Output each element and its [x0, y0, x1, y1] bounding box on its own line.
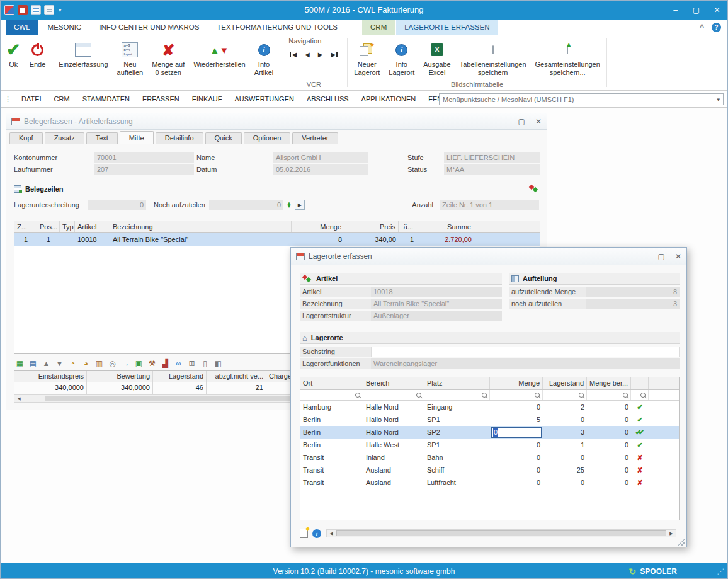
neuer-lagerort-button[interactable]: ★ NeuerLagerort — [350, 35, 384, 81]
neu-aufteilen-button[interactable]: a=3b=4Input Neuaufteilen — [113, 35, 148, 90]
tools-icon[interactable]: ⚒ — [146, 358, 158, 369]
tab-mitte[interactable]: Mitte — [120, 131, 154, 144]
filter-cell[interactable] — [490, 390, 543, 400]
datum-field[interactable]: 05.02.2016 — [273, 164, 368, 175]
close-icon[interactable]: ✕ — [675, 252, 681, 261]
move-up-icon[interactable]: ▲ — [40, 358, 52, 369]
search-icon[interactable]: ◎ — [106, 358, 118, 369]
ausgabe-excel-button[interactable]: X AusgabeExcel — [419, 35, 455, 81]
noch-aufzuteilen-field[interactable]: 0 — [209, 200, 283, 210]
lagerort-row[interactable]: Transit Inland Bahn 0 0 0 ✘ — [300, 451, 679, 464]
spooler-status[interactable]: ↻ SPOOLER — [629, 563, 677, 579]
beleg-grid-row-selected[interactable]: 1 1 10018 All Terrain Bike "Special" 8 3… — [14, 233, 540, 246]
tab-info-center[interactable]: INFO CENTER UND MAKROS — [91, 20, 207, 35]
menge-auf-0-button[interactable]: ✘ Menge auf0 setzen — [147, 35, 189, 90]
menu-erfassen[interactable]: ERFASSEN — [136, 95, 186, 103]
tab-vertreter[interactable]: Vertreter — [292, 132, 338, 144]
menu-applikationen[interactable]: APPLIKATIONEN — [355, 95, 423, 103]
collapse-ribbon-icon[interactable]: ^ — [700, 23, 704, 32]
filter-cell[interactable] — [363, 390, 424, 400]
einzelerfassung-button[interactable]: Einzelerfassung — [54, 35, 112, 90]
qat-customize-icon[interactable]: ▾ — [59, 7, 62, 13]
lagerort-row[interactable]: Transit Ausland Luftfracht 0 0 0 ✘ — [300, 476, 679, 489]
lagerortstruktur-field[interactable]: Außenlager — [371, 311, 502, 321]
lagerort-row[interactable]: Berlin Halle West SP1 0 1 0 ✔ — [300, 439, 679, 451]
tab-kopf[interactable]: Kopf — [9, 132, 43, 144]
chart-icon[interactable]: ▟ — [159, 358, 171, 369]
lagerunterschreitung-field[interactable]: 0 — [88, 200, 146, 210]
move-down-icon[interactable]: ▼ — [54, 358, 65, 369]
qat-icon-2[interactable] — [31, 5, 41, 15]
help-icon[interactable]: ? — [712, 23, 721, 32]
suchstring-input[interactable] — [371, 347, 680, 357]
filter-cell[interactable] — [543, 390, 587, 400]
tab-lagerorte-erfassen[interactable]: LAGERORTE ERFASSEN — [396, 20, 498, 35]
tab-zusatz[interactable]: Zusatz — [45, 132, 84, 144]
resize-grip-icon[interactable] — [678, 538, 685, 546]
name-field[interactable]: Allsport GmbH — [273, 152, 368, 163]
app-icon[interactable] — [4, 5, 14, 15]
kontonummer-field[interactable]: 70001 — [94, 152, 194, 163]
menu-auswertungen[interactable]: AUSWERTUNGEN — [228, 95, 300, 103]
pin-icon[interactable]: ◧ — [212, 358, 224, 369]
menu-einkauf[interactable]: EINKAUF — [186, 95, 229, 103]
wiederherstellen-button[interactable]: ▲ ▼ Wiederherstellen — [189, 35, 250, 90]
columns-icon[interactable]: ▥ — [93, 358, 105, 369]
lagerort-row[interactable]: Hamburg Halle Nord Eingang 0 2 0 ✔ — [300, 401, 679, 413]
chevron-down-icon[interactable]: ▾ — [717, 96, 720, 103]
vcr-first-button[interactable]: ◀ — [289, 51, 297, 58]
info-icon[interactable]: i — [312, 529, 321, 538]
qat-icon-1[interactable] — [18, 5, 28, 15]
tab-optionen[interactable]: Optionen — [244, 132, 291, 144]
lagerorte-grid-header[interactable]: Ort Bereich Platz Menge Lagerstand Menge… — [300, 377, 679, 390]
scroll-left-icon[interactable]: ◀ — [327, 531, 336, 536]
lagerort-row[interactable]: Transit Ausland Schiff 0 25 0 ✘ — [300, 464, 679, 476]
info-artikel-button[interactable]: i InfoArtikel — [250, 35, 278, 90]
calendar-icon[interactable]: ◕ — [80, 358, 92, 369]
goto-icon[interactable]: → — [120, 358, 132, 369]
scroll-left-icon[interactable]: ◀ — [14, 396, 23, 401]
ok-button[interactable]: ✔ Ok — [2, 35, 25, 90]
filter-cell[interactable] — [631, 390, 649, 400]
copy-icon[interactable]: ⊞ — [186, 358, 198, 369]
lagerort-row[interactable]: Berlin Hallo Nord SP1 5 0 0 ✔ — [300, 413, 679, 426]
filter-cell[interactable] — [424, 390, 490, 400]
tab-text[interactable]: Text — [86, 132, 118, 144]
picture-icon[interactable]: ▣ — [133, 358, 145, 369]
vcr-last-button[interactable]: ▶ — [331, 51, 339, 58]
vcr-next-button[interactable]: ▶ — [318, 51, 323, 58]
tab-crm[interactable]: CRM — [362, 20, 395, 35]
kalkulation-grid-header[interactable]: Einstandspreis Bewertung Lagerstand abzg… — [14, 371, 308, 382]
menu-datei[interactable]: DATEI — [15, 95, 48, 103]
tab-quick[interactable]: Quick — [205, 132, 242, 144]
maximize-button[interactable]: ▢ — [658, 252, 665, 261]
close-button[interactable]: ✕ — [707, 1, 727, 20]
tab-detailinfo[interactable]: Detailinfo — [156, 132, 203, 144]
new-entry-icon[interactable] — [300, 529, 308, 538]
scroll-right-icon[interactable]: ▶ — [667, 531, 676, 536]
tabelleneinstellungen-button[interactable]: Tabelleneinstellungenspeichern — [455, 35, 531, 81]
bezeichnung-field[interactable]: All Terrain Bike "Special" — [371, 299, 502, 309]
vcr-prev-button[interactable]: ◀ — [305, 51, 310, 58]
insert-row-icon[interactable]: ▦ — [14, 358, 26, 369]
scrollbar-thumb[interactable] — [45, 396, 293, 401]
delete-row-icon[interactable]: ▤ — [27, 358, 39, 369]
artikel-diamond-icon[interactable] — [529, 185, 539, 193]
lagerort-row-selected[interactable]: Berlin Hallo Nord SP2 0 3 0 ✔✔ — [300, 426, 679, 439]
lagerortfunktionen-field[interactable]: Wareneingangslager — [371, 358, 680, 369]
detail-expand-button[interactable]: ▶ — [295, 200, 305, 210]
ende-button[interactable]: Ende — [25, 35, 50, 90]
filter-cell[interactable] — [300, 390, 363, 400]
tab-cwl[interactable]: CWL — [6, 20, 38, 35]
gesamteinstellungen-button[interactable]: ▲ Gesamteinstellungenspeichern... — [531, 35, 605, 81]
mesonavi-search-input[interactable]: Menüpunktsuche / MesoNavi (UMSCH F1) ▾ — [439, 93, 724, 105]
info-lagerort-button[interactable]: i InfoLagerort — [384, 35, 419, 81]
beleg-grid-header[interactable]: Z... Pos... Typ Artikel Bezeichnung Meng… — [14, 221, 540, 233]
menu-stammdaten[interactable]: STAMMDATEN — [76, 95, 136, 103]
link-icon[interactable]: ∞ — [173, 358, 185, 369]
page-icon[interactable]: ▯ — [199, 358, 211, 369]
restore-button[interactable]: ▢ — [686, 1, 707, 20]
horizontal-scrollbar[interactable]: ◀ ▶ — [326, 529, 676, 537]
stufe-field[interactable]: LIEF. LIEFERSCHEIN — [444, 152, 540, 163]
menge-editor-input[interactable]: 0 — [491, 427, 542, 438]
